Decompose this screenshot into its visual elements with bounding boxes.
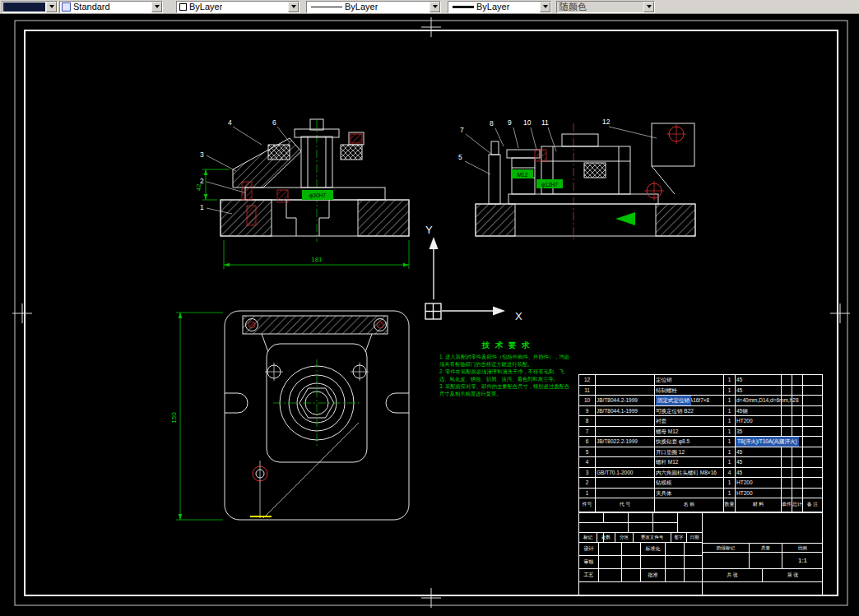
dims-plan[interactable]	[176, 313, 223, 520]
chevron-down-icon[interactable]	[288, 2, 299, 12]
cell-qty: 1	[724, 447, 736, 457]
cell-total-weight	[792, 457, 803, 467]
cell-name: 螺母 M12	[655, 427, 724, 437]
tech-requirements[interactable]: 技 术 要 求 1. 进入装配的零件及部件（包括外购件、外协件），均必须具有检验…	[439, 340, 573, 398]
revision-header-cell: 日期	[687, 533, 702, 542]
cell-material: HT200	[736, 489, 782, 498]
linetype-combo[interactable]: ByLayer	[306, 1, 441, 13]
cell-qty: 1	[724, 427, 736, 437]
view-plan[interactable]	[225, 311, 409, 520]
green-arrow-marker[interactable]	[615, 212, 635, 225]
textstyle-value: Standard	[71, 2, 110, 12]
tech-requirements-title: 技 术 要 求	[439, 340, 573, 351]
tech-requirements-list: 1. 进入装配的零件及部件（包括外购件、外协件），均必须具有检验部门的合格证方能…	[439, 354, 573, 397]
dim-side-thread[interactable]: M12	[518, 172, 528, 178]
sheet-count-row: 共 张 第 张	[703, 569, 823, 582]
cell-code	[596, 457, 655, 467]
cell-remark	[803, 375, 822, 385]
title-block-right: 阶段标记 质量 比例 1:1 共 张 第 张	[703, 513, 823, 595]
balloon-9[interactable]: 9	[508, 118, 512, 127]
balloon-2[interactable]: 2	[200, 177, 204, 185]
cell-unit-weight	[782, 489, 792, 498]
dim-front-height[interactable]: 42	[195, 183, 202, 191]
chevron-down-icon[interactable]	[540, 2, 550, 12]
textstyle-combo[interactable]: Standard	[59, 1, 163, 13]
cell-unit-weight	[782, 416, 792, 426]
revision-header-cell: 签字	[671, 533, 687, 542]
dim-side-bore[interactable]: φ12H7	[541, 182, 558, 188]
balloon-7[interactable]: 7	[460, 126, 464, 134]
cell-code: GB/T70.1-2000	[596, 468, 655, 478]
color-value: ByLayer	[187, 2, 222, 12]
cell-item-no: 10	[579, 396, 596, 405]
cell-qty: 1	[724, 416, 736, 426]
cell-code	[596, 386, 655, 396]
scale-label: 比例	[782, 544, 823, 552]
view-front[interactable]	[221, 119, 409, 242]
cell-qty: 1	[724, 375, 736, 385]
dim-front-width[interactable]: 181	[311, 256, 323, 263]
style-icon	[62, 2, 71, 12]
balloon-3[interactable]: 3	[200, 151, 204, 159]
revision-header-cell: 标记	[579, 533, 597, 542]
sheet-no-label: 第 张	[763, 569, 823, 581]
header-cell: 件号	[579, 498, 596, 512]
balloon-8[interactable]: 8	[490, 119, 494, 127]
cell-qty: 1	[724, 437, 736, 447]
lineweight-combo[interactable]: ByLayer	[448, 1, 551, 13]
cell-material: 45	[736, 375, 782, 385]
balloon-11[interactable]: 11	[541, 118, 549, 127]
cell-material: 45	[736, 457, 782, 467]
cell-name: 定位销	[655, 375, 724, 385]
stage-header-row: 阶段标记 质量 比例	[703, 544, 823, 553]
cad-window: 4 6 3 2 1 181 42 φ30H7	[0, 0, 859, 616]
chevron-down-icon[interactable]	[430, 2, 440, 12]
selection-highlight: T8(淬火)/T10A(高频淬火)	[736, 437, 799, 447]
dim-plan-height[interactable]: 150	[170, 412, 178, 424]
cell-total-weight	[792, 396, 803, 405]
table-row: 5 开口垫圈 12 1 45	[579, 447, 822, 458]
balloon-6[interactable]: 6	[272, 118, 276, 127]
cell-item-no: 1	[579, 489, 596, 498]
standardize-label: 标准化	[641, 543, 666, 555]
cell-item-no: 2	[579, 478, 596, 488]
balloon-10[interactable]: 10	[523, 118, 532, 127]
cell-remark	[803, 416, 822, 426]
ucs-icon	[425, 237, 505, 319]
mass-label: 质量	[750, 544, 782, 552]
title-block-cell	[641, 556, 666, 568]
cell-remark	[803, 457, 822, 467]
total-sheets-label: 共 张	[703, 569, 763, 581]
cell-material: 35	[736, 427, 782, 437]
cell-remark	[803, 489, 822, 498]
table-row: 8 衬套 1 HT200	[579, 416, 822, 427]
chevron-down-icon[interactable]	[46, 2, 57, 12]
cell-item-no: 3	[579, 468, 596, 478]
cell-material: 45	[736, 468, 782, 478]
cell-item-no: 7	[579, 427, 596, 437]
cell-item-no: 8	[579, 416, 596, 426]
cell-code: JB/T8044.1-1999	[596, 406, 655, 416]
cell-total-weight	[792, 468, 803, 478]
title-block-cell	[599, 543, 622, 555]
title-block-cell	[750, 553, 782, 568]
scale-value: 1:1	[782, 553, 823, 568]
balloon-12[interactable]: 12	[602, 118, 611, 126]
dim-front-bore[interactable]: φ30H7	[309, 192, 326, 199]
cell-item-no: 6	[579, 437, 596, 447]
view-side[interactable]	[476, 123, 695, 242]
cell-unit-weight	[782, 406, 792, 416]
cell-remark	[803, 447, 822, 457]
balloon-1[interactable]: 1	[200, 203, 204, 211]
cell-remark	[803, 478, 822, 488]
color-combo[interactable]: ByLayer	[176, 1, 299, 13]
balloon-5[interactable]: 5	[458, 153, 462, 161]
title-block[interactable]: 标记处数分区更改文件号签字日期 设计 标准化 审核 工艺	[578, 512, 823, 595]
cell-unit-weight	[782, 386, 792, 396]
title-block-cell	[622, 556, 641, 568]
balloon-4[interactable]: 4	[228, 118, 232, 127]
dimstyle-combo[interactable]	[2, 1, 58, 13]
chevron-down-icon[interactable]	[151, 2, 162, 12]
revision-header-cell: 更改文件号	[634, 533, 671, 542]
balloon-leaders-side[interactable]	[465, 127, 657, 174]
